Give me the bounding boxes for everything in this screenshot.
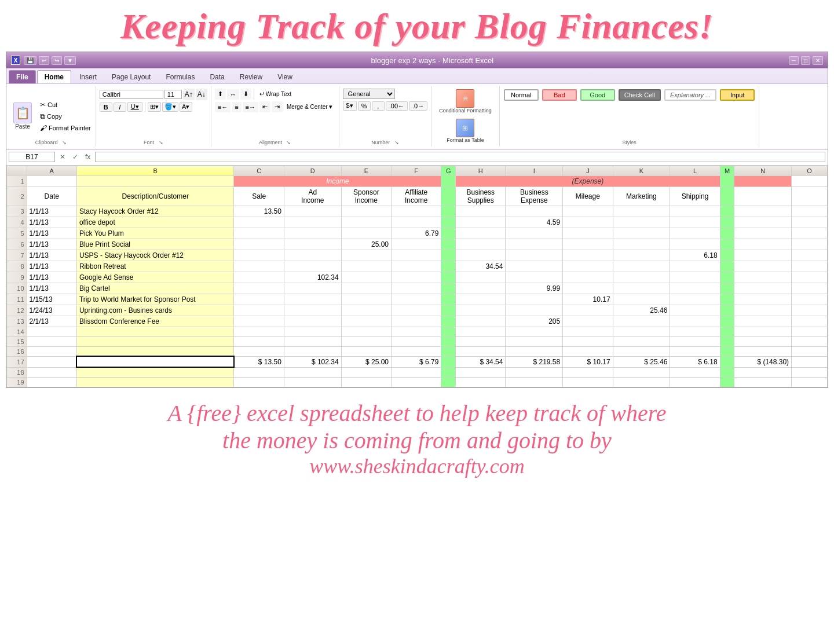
cell-l12[interactable] [670,305,720,316]
cell-b3[interactable]: Stacy Haycock Order #12 [76,206,234,217]
cell-j16[interactable] [563,346,613,356]
cell-l11[interactable] [670,294,720,305]
cell-k3[interactable] [613,206,670,217]
cell-n9[interactable] [734,272,792,283]
cell-l13[interactable] [670,316,720,327]
cell-l14[interactable] [670,327,720,336]
cell-n19[interactable] [734,377,792,387]
cell-e12[interactable] [341,305,391,316]
cell-c8[interactable] [234,261,284,272]
cell-i15[interactable] [506,336,563,346]
style-explanatory-button[interactable]: Explanatory ... [664,89,716,101]
cell-a16[interactable] [27,346,76,356]
cell-a3[interactable]: 1/1/13 [27,206,76,217]
cell-a4[interactable]: 1/1/13 [27,217,76,228]
cell-o18[interactable] [792,367,828,377]
cell-m5[interactable] [720,228,734,239]
cell-f11[interactable] [392,294,441,305]
cell-f6[interactable] [392,239,441,250]
cell-n11[interactable] [734,294,792,305]
cell-e9[interactable] [341,272,391,283]
col-header-l[interactable]: L [670,166,720,175]
cell-k5[interactable] [613,228,670,239]
cell-i16[interactable] [506,346,563,356]
cell-h15[interactable] [456,336,506,346]
cell-b17[interactable] [76,356,234,367]
cell-d17[interactable]: $ 102.34 [284,356,341,367]
cell-e2[interactable]: SponsorIncome [341,186,391,206]
cell-h5[interactable] [456,228,506,239]
cell-c5[interactable] [234,228,284,239]
cell-a5[interactable]: 1/1/13 [27,228,76,239]
cell-n5[interactable] [734,228,792,239]
cell-i5[interactable] [506,228,563,239]
col-header-f[interactable]: F [392,166,441,175]
cell-e17[interactable]: $ 25.00 [341,356,391,367]
cell-g10[interactable] [441,283,456,294]
cell-g18[interactable] [441,367,456,377]
cell-b2[interactable]: Description/Customer [76,186,234,206]
cell-m4[interactable] [720,217,734,228]
close-button[interactable]: ✕ [813,56,823,65]
cell-k15[interactable] [613,336,670,346]
cell-n12[interactable] [734,305,792,316]
cell-k12[interactable]: 25.46 [613,305,670,316]
cell-f19[interactable] [392,377,441,387]
cell-m2[interactable] [720,186,734,206]
cell-d16[interactable] [284,346,341,356]
cell-k18[interactable] [613,367,670,377]
cell-f2[interactable]: AffiliateIncome [392,186,441,206]
cell-g4[interactable] [441,217,456,228]
cell-d2[interactable]: AdIncome [284,186,341,206]
cell-l8[interactable] [670,261,720,272]
cell-e18[interactable] [341,367,391,377]
cell-d9[interactable]: 102.34 [284,272,341,283]
cell-j15[interactable] [563,336,613,346]
align-bottom-button[interactable]: ⬇ [240,89,251,100]
cell-e8[interactable] [341,261,391,272]
cell-m11[interactable] [720,294,734,305]
cell-e3[interactable] [341,206,391,217]
cell-o14[interactable] [792,327,828,336]
col-header-n[interactable]: N [734,166,792,175]
cell-j5[interactable] [563,228,613,239]
cell-a10[interactable]: 1/1/13 [27,283,76,294]
increase-indent-button[interactable]: ⇥ [272,101,283,112]
cell-j6[interactable] [563,239,613,250]
cell-a6[interactable]: 1/1/13 [27,239,76,250]
style-normal-button[interactable]: Normal [504,89,539,101]
cell-b19[interactable] [76,377,234,387]
align-top-button[interactable]: ⬆ [215,89,226,100]
cell-f15[interactable] [392,336,441,346]
cell-f13[interactable] [392,316,441,327]
col-header-a[interactable]: A [27,166,76,175]
cell-m14[interactable] [720,327,734,336]
cell-l10[interactable] [670,283,720,294]
cell-j8[interactable] [563,261,613,272]
cell-c14[interactable] [234,327,284,336]
undo-button[interactable]: ↩ [39,56,49,65]
cell-k19[interactable] [613,377,670,387]
cell-h18[interactable] [456,367,506,377]
cell-n16[interactable] [734,346,792,356]
align-middle-button[interactable]: ↔ [227,89,239,100]
cell-b13[interactable]: Blissdom Conference Fee [76,316,234,327]
cell-g11[interactable] [441,294,456,305]
cell-d15[interactable] [284,336,341,346]
cell-o11[interactable] [792,294,828,305]
increase-decimal-button[interactable]: .0→ [409,101,427,111]
cell-g16[interactable] [441,346,456,356]
cell-n18[interactable] [734,367,792,377]
cell-o7[interactable] [792,250,828,261]
currency-button[interactable]: $▾ [343,101,357,111]
cell-h16[interactable] [456,346,506,356]
cell-c4[interactable] [234,217,284,228]
cell-n4[interactable] [734,217,792,228]
cell-n10[interactable] [734,283,792,294]
align-right-button[interactable]: ≡→ [243,102,258,112]
tab-insert[interactable]: Insert [72,71,104,83]
cell-k2[interactable]: Marketing [613,186,670,206]
cell-m3[interactable] [720,206,734,217]
cell-a15[interactable] [27,336,76,346]
cell-e13[interactable] [341,316,391,327]
